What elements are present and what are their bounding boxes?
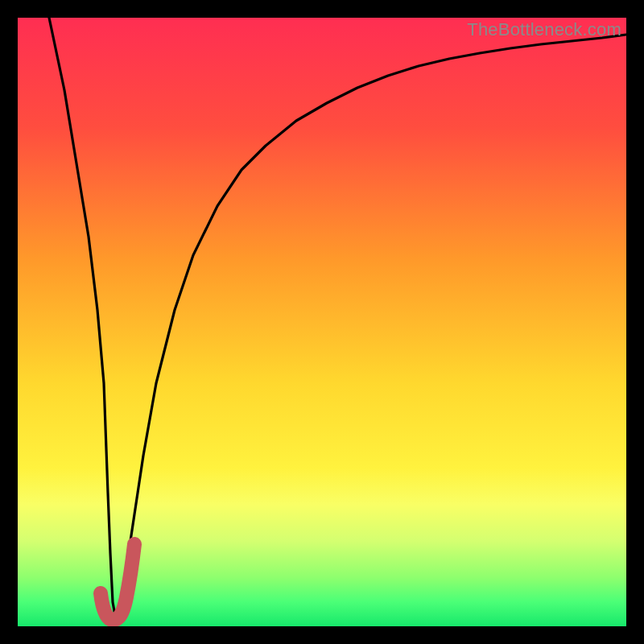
chart-frame: TheBottleneck.com xyxy=(0,0,644,644)
plot-area: TheBottleneck.com xyxy=(18,18,626,626)
chart-svg xyxy=(18,18,626,626)
